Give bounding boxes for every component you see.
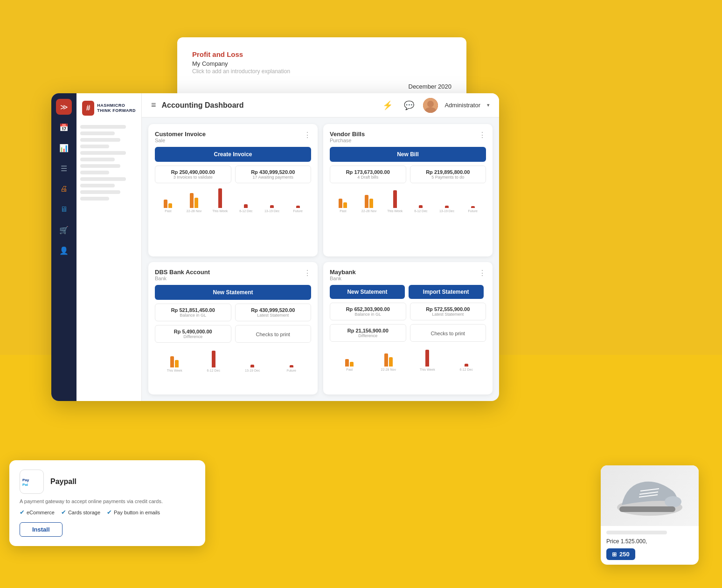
dbs-bank-widget: DBS Bank Account Bank ⋮ New Statement Rp… <box>148 262 318 394</box>
check-paybtn-icon: ✔ <box>107 509 112 516</box>
maybank-stat2-amount: Rp 572,555,900.00 <box>414 306 482 312</box>
main-content: ≡ Accounting Dashboard ⚡ 💬 Administrator… <box>142 93 499 401</box>
paypal-feature-paybtn: ✔ Pay button in emails <box>107 509 160 516</box>
sidebar-icon-double-arrow[interactable]: ≫ <box>56 99 72 115</box>
admin-caret[interactable]: ▾ <box>487 102 490 108</box>
nav-line-11 <box>80 190 120 194</box>
vendor-bills-stats: Rp 173,673,000.00 4 Draft bills Rp 219,8… <box>330 166 486 183</box>
maybank-title: Maybank <box>330 269 356 276</box>
customer-invoice-stat1-label: 3 Invoices to validate <box>159 175 227 180</box>
nav-line-6 <box>80 158 115 161</box>
paypal-card: Pay Pal Paypall A payment gateway to acc… <box>9 460 205 546</box>
paypal-logo: Pay Pal <box>20 470 44 494</box>
vendor-bills-title-group: Vendor Bills Purchase <box>330 131 365 143</box>
dbs-stats-row1: Rp 521,851,450.00 Balance in GL Rp 430,9… <box>155 304 311 321</box>
install-button[interactable]: Install <box>20 522 62 537</box>
paypal-description: A payment gateway to accept online payme… <box>20 498 195 504</box>
vb-bar-future: Future <box>460 206 485 213</box>
dashboard-window: ≫ 📅 📊 ☰ 🖨 🖥 🛒 👤 # HASHMICRO THINK FORWAR… <box>51 93 499 401</box>
chat-icon[interactable]: 💬 <box>402 98 417 113</box>
hamburger-icon[interactable]: ≡ <box>151 100 156 110</box>
vendor-bills-widget: Vendor Bills Purchase ⋮ New Bill Rp 173,… <box>323 124 493 256</box>
nav-line-2 <box>80 131 115 135</box>
lightning-icon[interactable]: ⚡ <box>380 98 395 113</box>
dbs-bar-future: Future <box>273 365 311 372</box>
svg-point-1 <box>427 101 434 107</box>
customer-invoice-stat2: Rp 430,999,520.00 17 Awaiting payments <box>235 166 312 183</box>
bar-group-22-28: 22-28 Nov <box>182 193 207 213</box>
maybank-stat3: Rp 21,156,900.00 Difference <box>330 324 406 342</box>
paypal-feature-ecommerce: ✔ eCommerce <box>20 509 55 516</box>
bar-group-past: Past <box>156 200 180 213</box>
svg-text:Pal: Pal <box>22 483 28 487</box>
maybank-stat1: Rp 652,303,900.00 Balance in GL <box>330 303 406 320</box>
paypal-feature-cards: ✔ Cards storage <box>61 509 100 516</box>
maybank-btn-row: New Statement Import Statement <box>330 285 486 299</box>
admin-label[interactable]: Administrator <box>444 102 480 109</box>
logo-hash-icon: # <box>82 101 94 116</box>
pnl-company: My Company <box>192 60 451 67</box>
dbs-stat1: Rp 521,851,450.00 Balance in GL <box>155 304 231 321</box>
dbs-bar-this-week: This Week <box>156 356 194 372</box>
new-bill-button[interactable]: New Bill <box>330 147 486 162</box>
nav-line-12 <box>80 197 109 201</box>
maybank-stats-row1: Rp 652,303,900.00 Balance in GL Rp 572,5… <box>330 303 486 320</box>
maybank-menu[interactable]: ⋮ <box>479 269 486 277</box>
maybank-new-statement-button[interactable]: New Statement <box>330 285 405 299</box>
paypal-feature-ecommerce-label: eCommerce <box>27 510 55 515</box>
vb-bar-this-week: This Week <box>382 190 407 213</box>
customer-invoice-title: Customer Invoice <box>155 131 206 138</box>
vb-bar-past: Past <box>331 199 355 213</box>
customer-invoice-stat1-amount: Rp 250,490,000.00 <box>159 169 227 175</box>
vb-bar-22-28: 22-28 Nov <box>357 195 382 213</box>
dbs-stat4: Checks to print <box>235 325 312 343</box>
customer-invoice-menu[interactable]: ⋮ <box>304 131 311 139</box>
sidebar-icon-list[interactable]: ☰ <box>56 160 72 176</box>
dbs-stat3-amount: Rp 5,490,000.00 <box>159 329 227 334</box>
vendor-bills-subtitle: Purchase <box>330 138 365 143</box>
maybank-stat2-label: Latest Statement <box>414 312 482 317</box>
maybank-title-group: Maybank Bank <box>330 269 356 281</box>
pnl-date: December 2020 <box>192 83 451 90</box>
vb-bar-6-12: 6-12 Dec <box>409 205 433 213</box>
dbs-stats-row2: Rp 5,490,000.00 Difference Checks to pri… <box>155 325 311 343</box>
customer-invoice-subtitle: Sale <box>155 138 206 143</box>
create-invoice-button[interactable]: Create Invoice <box>155 147 311 162</box>
nav-line-4 <box>80 145 109 148</box>
nav-line-5 <box>80 151 126 155</box>
mb-bar-22-28: 22-28 Nov <box>370 353 408 371</box>
dbs-bank-menu[interactable]: ⋮ <box>304 269 311 277</box>
sidebar-icon-calendar[interactable]: 📅 <box>56 119 72 135</box>
sidebar-icon-user[interactable]: 👤 <box>56 242 72 258</box>
maybank-stat1-amount: Rp 652,303,900.00 <box>334 306 402 312</box>
sidebar-icon-monitor[interactable]: 🖥 <box>56 201 72 217</box>
customer-invoice-stat1: Rp 250,490,000.00 3 Invoices to validate <box>155 166 231 183</box>
vendor-bills-stat1-label: 4 Draft bills <box>334 175 402 180</box>
dbs-stat2: Rp 430,999,520.00 Latest Statement <box>235 304 312 321</box>
maybank-header: Maybank Bank ⋮ <box>330 269 486 281</box>
maybank-subtitle: Bank <box>330 276 356 281</box>
customer-invoice-stats: Rp 250,490,000.00 3 Invoices to validate… <box>155 166 311 183</box>
pnl-intro: Click to add an introductory explanation <box>192 68 451 75</box>
nav-line-1 <box>80 125 126 129</box>
sidebar-icon-print[interactable]: 🖨 <box>56 181 72 197</box>
nav-line-10 <box>80 184 115 187</box>
sidebar-icon-cart[interactable]: 🛒 <box>56 222 72 238</box>
dbs-stat1-amount: Rp 521,851,450.00 <box>159 307 227 313</box>
maybank-stat4-label: Checks to print <box>414 328 482 336</box>
dbs-bar-6-12: 6-12 Dec <box>195 351 233 372</box>
sidebar-icon-chart[interactable]: 📊 <box>56 140 72 156</box>
vendor-bills-chart: Past 22-28 Nov This Week 6-12 Dec <box>330 187 486 213</box>
paypal-feature-paybtn-label: Pay button in emails <box>114 510 160 515</box>
vendor-bills-menu[interactable]: ⋮ <box>479 131 486 139</box>
paypal-name: Paypall <box>50 477 76 486</box>
dbs-stat2-label: Latest Statement <box>239 313 307 318</box>
dbs-new-statement-button[interactable]: New Statement <box>155 285 311 300</box>
dbs-bank-subtitle: Bank <box>155 276 210 281</box>
customer-invoice-stat2-label: 17 Awaiting payments <box>239 175 307 180</box>
badge-grid-icon: ⊞ <box>612 551 617 558</box>
maybank-import-statement-button[interactable]: Import Statement <box>409 285 484 299</box>
check-ecommerce-icon: ✔ <box>20 509 25 516</box>
nav-line-3 <box>80 138 120 142</box>
mb-bar-6-12: 6-12 Dec <box>448 364 486 371</box>
